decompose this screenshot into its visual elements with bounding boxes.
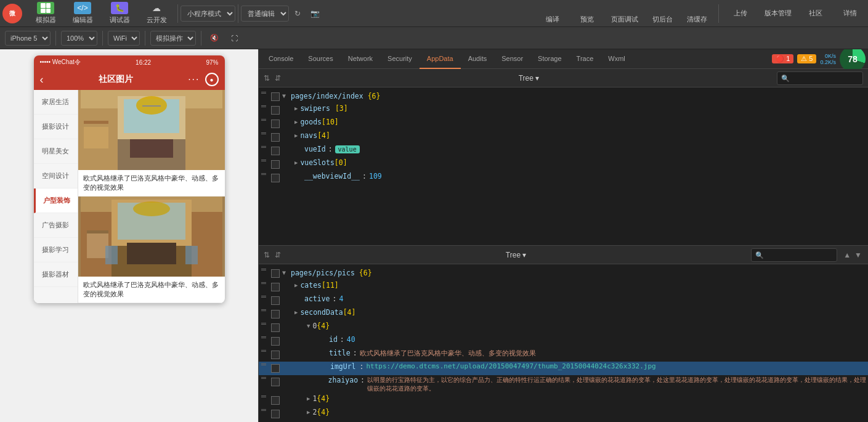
cat-item-ad[interactable]: 广告摄影 [34,213,78,238]
expand-goods[interactable]: ▶ [294,119,298,125]
back-icon[interactable]: ‹ [40,73,44,86]
checkbox-active[interactable] [271,296,280,305]
checkbox-goods[interactable] [271,120,280,128]
split-up-icon-lower[interactable]: ⇅ [264,251,270,259]
tree-row-swipers[interactable]: ▶ swipers [3] [259,103,868,117]
tree-row-vueid-upper[interactable]: vueId : value [259,144,868,158]
toolbar-editor[interactable]: </> 编辑器 [64,1,101,26]
split-up-icon[interactable]: ⇅ [264,74,270,83]
tree-row-navs[interactable]: ▶ navs [4] [259,131,868,144]
checkbox-vueslots[interactable] [271,160,280,169]
tree-row-index2[interactable]: ▶ 2 {4} [259,407,868,421]
cat-item-home[interactable]: 家居生活 [34,90,78,115]
split-down-icon[interactable]: ⇵ [275,74,281,83]
tree-row-goods[interactable]: ▶ goods [10] [259,117,868,131]
version-manage-btn[interactable]: 版本管理 [760,7,797,19]
tree-row-index1[interactable]: ▶ 1 {4} [259,394,868,407]
checkbox-index1[interactable] [271,396,280,405]
tab-sensor[interactable]: Sensor [494,49,530,69]
fullscreen-btn[interactable]: ⛶ [227,33,241,43]
expand-root-lower[interactable]: ▼ [282,267,290,276]
toolbar-debugger[interactable]: 🐛 调试器 [101,1,138,26]
tree-row-vueslots-upper[interactable]: ▶ vueSlots [0] [259,158,868,171]
tab-appdata[interactable]: AppData [420,49,461,69]
checkbox-webviewid[interactable] [271,174,280,182]
tab-audits[interactable]: Audits [461,49,495,69]
toolbar-cloud[interactable]: ☁ 云开发 [138,1,175,26]
tab-wxml[interactable]: Wxml [601,49,633,69]
tree-row-imgurl[interactable]: imgUrl : https://demo.dtcms.net/upload/2… [259,362,868,375]
checkbox-navs[interactable] [271,133,280,142]
collapse-index0[interactable]: ▼ [307,323,310,329]
tree-row-zhaiyao[interactable]: zhaiyao : 以明显的行宝路特征为主，以它的综合产品力、正确的特性行运正确… [259,375,868,394]
toolbar-simulator[interactable]: 模拟器 [27,1,64,26]
checkbox-index0[interactable] [271,323,280,332]
tab-network[interactable]: Network [341,49,380,69]
arrow-up-btn[interactable]: ▲ [842,250,852,261]
checkbox-root-lower[interactable] [271,269,280,278]
tree-row-id[interactable]: id : 40 [259,335,868,348]
tree-row-index0[interactable]: ▼ 0 {4} [259,321,868,335]
tab-storage[interactable]: Storage [530,49,569,69]
page-debug-btn[interactable]: 页面调试 [606,1,643,25]
record-btn[interactable]: ● [205,73,219,86]
cat-item-learn[interactable]: 摄影学习 [34,238,78,262]
cat-item-house[interactable]: 户型装饰 [34,189,78,213]
sound-btn[interactable]: 🔇 [206,33,222,43]
expand-icon-root[interactable]: ▼ [282,91,290,99]
community-btn[interactable]: 社区 [800,7,831,19]
compile-select[interactable]: 普通编辑 [241,6,289,22]
checkbox-seconddata[interactable] [271,310,280,319]
tree-checkbox[interactable] [271,92,280,101]
tree-row-root-upper[interactable]: ▼ pages/index/index {6} [259,90,868,103]
refresh-btn[interactable]: ↻ [289,5,306,22]
tree-search-lower[interactable] [751,248,837,262]
compile-btn[interactable]: 编译 [537,1,568,25]
tab-console[interactable]: Console [261,49,301,69]
cat-item-photo[interactable]: 摄影设计 [34,115,78,139]
cat-item-star[interactable]: 明星美女 [34,139,78,164]
checkbox-title[interactable] [271,351,280,359]
tree-row-webviewid[interactable]: __webviewId__ : 109 [259,171,868,185]
image-card-2[interactable]: 欧式风格继承了巴洛克风格中豪华、动感、多变的视觉效果 [78,197,225,303]
expand-index1[interactable]: ▶ [307,396,310,402]
expand-index2[interactable]: ▶ [307,409,310,415]
image-card-1[interactable]: 欧式风格继承了巴洛克风格中豪华、动感、多变的视觉效果 [78,90,225,197]
checkbox-imgurl[interactable] [271,364,280,373]
tree-row-title[interactable]: title : 欧式风格继承了巴洛克风格中豪华、动感、多变的视觉效果 [259,348,868,362]
upload-btn[interactable]: 上传 [725,7,756,19]
simulate-select[interactable]: 模拟操作 [150,31,196,46]
expand-navs[interactable]: ▶ [294,132,298,139]
arrow-down-btn[interactable]: ▼ [853,250,863,261]
device-select[interactable]: iPhone 5 [5,31,51,46]
checkbox-vueid[interactable] [271,147,280,155]
network-select[interactable]: WiFi [108,31,140,46]
zoom-select[interactable]: 100% [61,31,97,46]
clear-cache-btn[interactable]: 清缓存 [681,1,712,25]
tree-row-root-lower[interactable]: ▼ pages/pics/pics {6} [259,267,868,280]
tree-row-active[interactable]: active : 4 [259,294,868,307]
expand-swipers[interactable]: ▶ [294,105,298,112]
nav-dots[interactable]: ··· [188,74,200,85]
split-down-icon-lower[interactable]: ⇵ [275,251,281,259]
checkbox-swipers[interactable] [271,106,280,115]
expand-cates[interactable]: ▶ [294,282,298,288]
preview-btn[interactable]: 预览 [572,1,602,25]
tab-sources[interactable]: Sources [301,49,340,69]
checkbox-id[interactable] [271,337,280,346]
expand-vueslots[interactable]: ▶ [294,160,298,166]
details-btn[interactable]: 详情 [835,7,866,19]
checkbox-zhaiyao[interactable] [271,378,280,386]
background-btn[interactable]: 切后台 [647,1,678,25]
tab-trace[interactable]: Trace [569,49,601,69]
mode-select[interactable]: 小程序模式 [180,6,235,22]
tab-security[interactable]: Security [380,49,420,69]
checkbox-index2[interactable] [271,410,280,418]
tree-row-seconddata[interactable]: ▶ secondData [4] [259,307,868,321]
tree-row-cates[interactable]: ▶ cates [11] [259,280,868,294]
cat-item-space[interactable]: 空间设计 [34,164,78,189]
cat-item-equip[interactable]: 摄影器材 [34,262,78,287]
camera-btn[interactable]: 📷 [306,5,323,22]
expand-seconddata[interactable]: ▶ [294,309,298,315]
checkbox-cates[interactable] [271,283,280,291]
